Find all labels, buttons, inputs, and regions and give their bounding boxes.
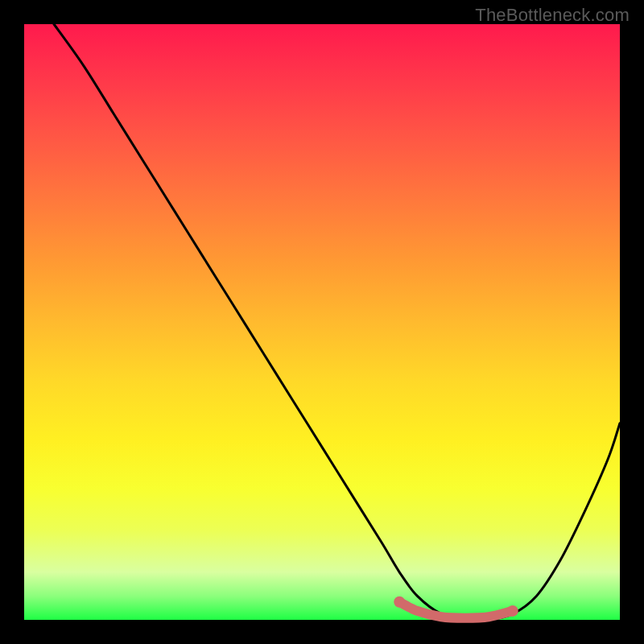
watermark-text: TheBottleneck.com — [475, 5, 630, 26]
chart-frame: TheBottleneck.com — [0, 0, 644, 644]
bottleneck-curve — [54, 24, 620, 621]
marker-dot-end — [507, 605, 518, 617]
flat-region-marker — [399, 602, 513, 618]
plot-area — [24, 24, 620, 620]
marker-dot-start — [394, 597, 405, 608]
chart-svg — [24, 24, 620, 620]
